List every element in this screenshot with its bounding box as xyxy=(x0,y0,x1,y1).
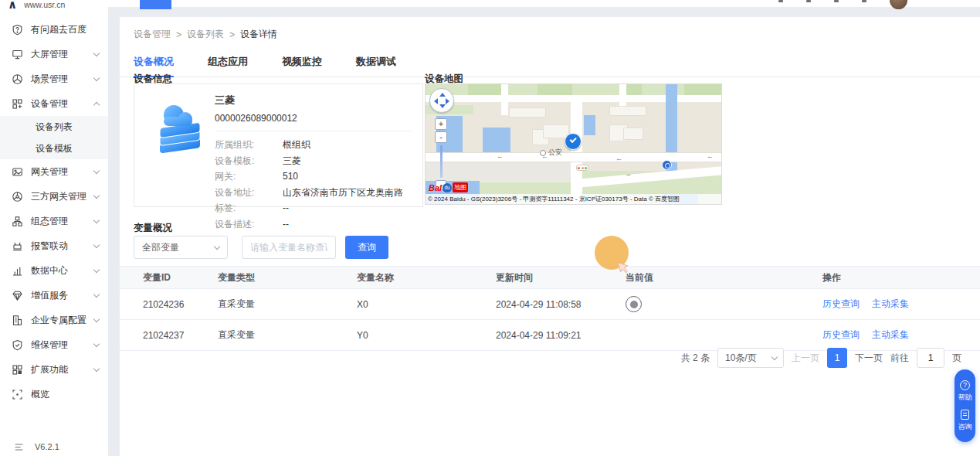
sidebar-item-device-template[interactable]: 设备模板 xyxy=(0,138,108,159)
maintenance-icon xyxy=(12,339,23,351)
header-icon[interactable] xyxy=(806,0,811,2)
active-collect-link[interactable]: 主动采集 xyxy=(872,328,909,342)
question-circle-icon: ? xyxy=(960,380,970,390)
sidebar-item-scada-mgmt[interactable]: 组态管理 xyxy=(0,209,108,233)
sidebar-item-scene-mgmt[interactable]: 场景管理 xyxy=(0,66,108,91)
baidu-map[interactable]: ← ← ← → ← 公安 + - xyxy=(425,83,722,205)
map-water xyxy=(584,115,595,135)
logo-row[interactable]: ∧ www.usr.cn xyxy=(0,0,108,11)
floating-help-menu[interactable]: ? 帮助 咨询 xyxy=(955,369,975,442)
query-button[interactable]: 查询 xyxy=(345,236,388,259)
variable-search-input[interactable] xyxy=(242,236,336,259)
device-location-marker[interactable] xyxy=(565,133,582,150)
variable-updated: 2024-04-29 11:09:21 xyxy=(496,330,626,341)
map-main-road xyxy=(426,152,722,162)
chevron-down-icon xyxy=(93,241,100,247)
map-building xyxy=(609,106,646,116)
map-plaza xyxy=(426,163,571,182)
road-arrow-icon: ← xyxy=(707,153,714,160)
extension-icon xyxy=(12,364,23,376)
next-page-button[interactable]: 下一页 xyxy=(855,352,883,365)
pan-right-icon[interactable] xyxy=(446,98,449,104)
goto-page-input[interactable] xyxy=(917,348,944,368)
tab-scada-app[interactable]: 组态应用 xyxy=(208,55,248,77)
variables-title: 变量概况 xyxy=(134,222,172,235)
map-copyright: © 2024 Baidu - GS(2023)3206号 - 甲测资字11111… xyxy=(426,194,721,204)
breadcrumb-device-list[interactable]: 设备列表 xyxy=(187,28,224,41)
variables-table: 变量ID 变量类型 变量名称 更新时间 当前值 操作 21024236 直采变量… xyxy=(120,266,980,351)
document-icon xyxy=(961,410,969,420)
pan-left-icon[interactable] xyxy=(434,98,438,104)
sidebar-item-enterprise-config[interactable]: 企业专属配置 xyxy=(0,308,108,332)
poi-police: 公安 xyxy=(540,148,562,158)
version-row: V6.2.1 xyxy=(0,441,59,453)
field-org: 所属组织:根组织 xyxy=(215,137,412,153)
prev-page-button[interactable]: 上一页 xyxy=(792,352,819,365)
road-arrow-icon: → xyxy=(625,171,632,178)
map-building xyxy=(509,107,546,117)
sidebar-item-overview[interactable]: 概览 xyxy=(0,382,108,407)
page-size-select[interactable]: 10条/页 xyxy=(717,348,784,368)
enterprise-icon xyxy=(12,315,23,326)
pan-up-icon[interactable] xyxy=(439,93,446,97)
traffic-light-icon xyxy=(576,165,588,171)
chevron-up-icon xyxy=(93,101,100,107)
history-query-link[interactable]: 历史查询 xyxy=(822,298,860,311)
current-value-radio[interactable] xyxy=(626,296,642,312)
history-query-link[interactable]: 历史查询 xyxy=(822,328,860,342)
chevron-down-icon xyxy=(93,365,100,371)
field-description: 设备描述:-- xyxy=(215,216,412,233)
tab-video-monitor[interactable]: 视频监控 xyxy=(282,55,322,77)
map-building xyxy=(623,128,643,140)
variable-id: 21024237 xyxy=(143,330,218,341)
sidebar-item-alarm-linkage[interactable]: 报警联动 xyxy=(0,233,108,258)
header-icon[interactable] xyxy=(862,0,866,2)
tab-data-debug[interactable]: 数据调试 xyxy=(356,55,396,77)
road-arrow-icon: ← xyxy=(497,153,504,160)
total-count: 共 2 条 xyxy=(681,352,710,365)
device-cloud-stack-icon xyxy=(152,100,208,158)
chevron-down-icon xyxy=(93,291,100,297)
zoom-in-button[interactable]: + xyxy=(435,118,447,130)
sidebar-item-device-list[interactable]: 设备列表 xyxy=(0,116,108,138)
variable-type-select[interactable]: 全部变量 xyxy=(134,236,228,259)
alarm-icon xyxy=(12,240,23,252)
active-collect-link[interactable]: 主动采集 xyxy=(872,298,909,311)
map-water xyxy=(483,128,510,155)
poi-dot-icon xyxy=(540,150,546,156)
sidebar-item-gateway-mgmt[interactable]: 网关管理 xyxy=(0,159,108,184)
sidebar-item-value-services[interactable]: 增值服务 xyxy=(0,283,108,308)
table-row: 21024237 直采变量 Y0 2024-04-29 11:09:21 历史查… xyxy=(120,320,980,351)
sidebar-item-device-mgmt[interactable]: 设备管理 xyxy=(0,91,108,116)
breadcrumb-device-mgmt[interactable]: 设备管理 xyxy=(134,28,171,41)
usr-logo-icon: ∧ xyxy=(8,1,17,9)
header-icon[interactable] xyxy=(778,0,783,2)
chevron-down-icon xyxy=(93,340,100,346)
map-pan-control[interactable] xyxy=(429,88,454,113)
device-mgmt-submenu: 设备列表 设备模板 xyxy=(0,116,108,159)
field-tag: 标签:-- xyxy=(215,200,412,216)
zoom-out-button[interactable]: - xyxy=(435,131,447,143)
sidebar-item-third-party-gateway[interactable]: 三方网关管理 xyxy=(0,184,108,209)
third-party-gateway-icon xyxy=(12,191,23,202)
active-top-tab[interactable] xyxy=(140,0,171,9)
sidebar-item-data-center[interactable]: 数据中心 xyxy=(0,258,108,283)
sidebar-item-baidu-help[interactable]: 有问题去百度 xyxy=(0,17,108,42)
click-indicator xyxy=(595,236,629,270)
sidebar-item-maintenance-mgmt[interactable]: 维保管理 xyxy=(0,332,108,357)
header-icon[interactable] xyxy=(834,0,839,2)
page-number-button[interactable]: 1 xyxy=(827,348,847,368)
device-name: 三菱 xyxy=(215,94,412,107)
map-road-vertical xyxy=(571,95,582,205)
sidebar-item-screen-mgmt[interactable]: 大屏管理 xyxy=(0,42,108,66)
sidebar-item-extensions[interactable]: 扩展功能 xyxy=(0,357,108,382)
consult-button[interactable]: 咨询 xyxy=(958,410,972,432)
help-button[interactable]: ? 帮助 xyxy=(958,380,972,403)
pan-down-icon[interactable] xyxy=(439,104,446,108)
goto-label: 前往 xyxy=(890,352,909,365)
field-gateway: 网关:510 xyxy=(215,168,412,185)
pagination: 共 2 条 10条/页 上一页 1 下一页 前往 页 xyxy=(681,348,961,368)
device-info-panel: 三菱 0000026089000012 所属组织:根组织 设备模板:三菱 网关:… xyxy=(134,83,423,207)
version-label: V6.2.1 xyxy=(35,442,59,451)
zoom-slider[interactable] xyxy=(440,145,443,178)
